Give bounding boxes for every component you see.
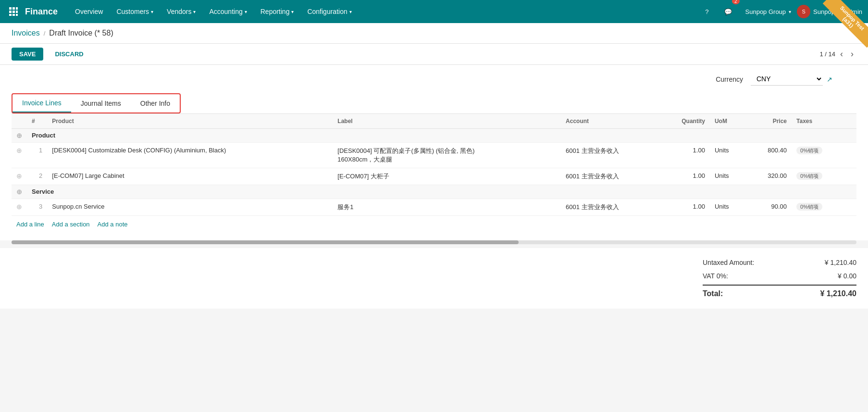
row-label[interactable]: [E-COM07] 大柜子 xyxy=(333,168,561,185)
row-num: 3 xyxy=(27,199,47,216)
main-content: Currency CNY USD EUR ↗ Invoice Lines Jou… xyxy=(0,65,868,240)
row-label[interactable]: [DESK0004] 可配置的桌子(多属性) (铝合金, 黑色)160X80cm… xyxy=(333,143,561,168)
row-price[interactable]: 90.00 xyxy=(747,199,792,216)
row-uom[interactable]: Units xyxy=(710,199,747,216)
tab-other-info[interactable]: Other Info xyxy=(131,94,180,112)
table-row: ⊕ 2 [E-COM07] Large Cabinet [E-COM07] 大柜… xyxy=(12,168,856,185)
breadcrumb-current: Draft Invoice (* 58) xyxy=(49,29,113,37)
row-price[interactable]: 800.40 xyxy=(747,143,792,168)
app-grid-icon[interactable] xyxy=(6,4,21,19)
col-taxes: Taxes xyxy=(792,114,847,129)
currency-label: Currency xyxy=(716,75,743,83)
row-account[interactable]: 6001 主营业务收入 xyxy=(561,168,658,185)
row-tax: 0%销项 xyxy=(792,168,847,185)
svg-rect-3 xyxy=(9,11,12,13)
section-name-product: Product xyxy=(27,129,847,143)
breadcrumb-separator: / xyxy=(44,30,46,37)
help-icon[interactable]: ? xyxy=(699,4,715,19)
row-num: 1 xyxy=(27,143,47,168)
section-name-service: Service xyxy=(27,185,847,199)
add-note-link[interactable]: Add a note xyxy=(98,221,128,228)
untaxed-label: Untaxed Amount: xyxy=(703,259,754,266)
next-record-button[interactable]: › xyxy=(848,48,856,60)
toolbar: SAVE DISCARD 1 / 14 ‹ › xyxy=(0,44,868,65)
accounting-chevron: ▾ xyxy=(245,9,247,14)
customers-chevron: ▾ xyxy=(151,9,153,14)
row-uom[interactable]: Units xyxy=(710,143,747,168)
nav-overview[interactable]: Overview xyxy=(69,5,109,18)
row-account[interactable]: 6001 主营业务收入 xyxy=(561,199,658,216)
col-uom: UoM xyxy=(710,114,747,129)
row-account[interactable]: 6001 主营业务收入 xyxy=(561,143,658,168)
nav-configuration[interactable]: Configuration ▾ xyxy=(301,5,357,18)
section-product: ⊕ Product xyxy=(12,129,856,143)
nav-accounting[interactable]: Accounting ▾ xyxy=(203,5,252,18)
row-product[interactable]: [E-COM07] Large Cabinet xyxy=(47,168,333,185)
tab-journal-items[interactable]: Journal Items xyxy=(71,94,131,112)
col-account: Account xyxy=(561,114,658,129)
nav-vendors[interactable]: Vendors ▾ xyxy=(161,5,201,18)
top-navigation: Finance Overview Customers ▾ Vendors ▾ A… xyxy=(0,0,868,23)
drag-handle[interactable]: ⊕ xyxy=(16,132,22,139)
summary-table: Untaxed Amount: ¥ 1,210.40 VAT 0%: ¥ 0.0… xyxy=(703,256,856,301)
invoice-table-scroll[interactable]: # Product Label Account Quantity UoM Pri… xyxy=(12,113,856,216)
breadcrumb-parent[interactable]: Invoices xyxy=(12,29,40,37)
vat-value: ¥ 0.00 xyxy=(838,272,856,280)
currency-row: Currency CNY USD EUR ↗ xyxy=(12,73,856,86)
drag-handle[interactable]: ⊕ xyxy=(16,188,22,196)
svg-rect-6 xyxy=(9,14,12,16)
messages-icon[interactable]: 💬 xyxy=(720,4,736,19)
top-right-area: ? 💬 2 Sunpop Group ▾ S Sunpop.cn Admin xyxy=(699,4,862,19)
horizontal-scrollbar-thumb[interactable] xyxy=(12,240,519,244)
section-service: ⊕ Service xyxy=(12,185,856,199)
add-section-link[interactable]: Add a section xyxy=(52,221,90,228)
company-selector[interactable]: Sunpop Group ▾ xyxy=(745,8,792,15)
currency-select-area: CNY USD EUR ↗ xyxy=(751,73,847,86)
currency-external-link-icon[interactable]: ↗ xyxy=(827,75,832,83)
table-row: ⊕ 1 [DESK0004] Customizable Desk (CONFIG… xyxy=(12,143,856,168)
app-name: Finance xyxy=(25,7,58,17)
row-product[interactable]: Sunpop.cn Service xyxy=(47,199,333,216)
horizontal-scrollbar-track[interactable] xyxy=(12,240,856,244)
pagination-controls: 1 / 14 ‹ › xyxy=(819,48,856,60)
page-indicator: 1 / 14 xyxy=(819,50,835,58)
drag-handle[interactable]: ⊕ xyxy=(16,172,22,180)
table-row: ⊕ 3 Sunpop.cn Service 服务1 6001 主营业务收入 1.… xyxy=(12,199,856,216)
col-price: Price xyxy=(747,114,792,129)
svg-rect-5 xyxy=(16,11,18,13)
add-links-area: Add a line Add a section Add a note xyxy=(12,216,856,233)
add-line-link[interactable]: Add a line xyxy=(16,221,44,228)
svg-rect-4 xyxy=(12,11,15,13)
save-button[interactable]: SAVE xyxy=(12,48,43,61)
drag-handle[interactable]: ⊕ xyxy=(16,203,22,211)
user-menu[interactable]: S Sunpop.cn Admin xyxy=(797,5,862,18)
row-product[interactable]: [DESK0004] Customizable Desk (CONFIG) (A… xyxy=(47,143,333,168)
nav-customers[interactable]: Customers ▾ xyxy=(111,5,159,18)
row-quantity[interactable]: 1.00 xyxy=(658,143,710,168)
message-badge: 2 xyxy=(732,0,740,4)
row-quantity[interactable]: 1.00 xyxy=(658,199,710,216)
untaxed-amount-row: Untaxed Amount: ¥ 1,210.40 xyxy=(703,256,856,269)
row-price[interactable]: 320.00 xyxy=(747,168,792,185)
prev-record-button[interactable]: ‹ xyxy=(837,48,846,60)
configuration-chevron: ▾ xyxy=(349,9,352,14)
col-label: Label xyxy=(333,114,561,129)
discard-button[interactable]: DISCARD xyxy=(47,48,91,61)
drag-handle[interactable]: ⊕ xyxy=(16,147,22,154)
svg-rect-2 xyxy=(16,7,18,10)
company-chevron: ▾ xyxy=(789,9,791,14)
currency-dropdown[interactable]: CNY USD EUR xyxy=(751,73,823,86)
row-label[interactable]: 服务1 xyxy=(333,199,561,216)
svg-rect-8 xyxy=(16,14,18,16)
row-tax: 0%销项 xyxy=(792,199,847,216)
row-quantity[interactable]: 1.00 xyxy=(658,168,710,185)
vat-label: VAT 0%: xyxy=(703,272,728,280)
invoice-lines-table: # Product Label Account Quantity UoM Pri… xyxy=(12,113,856,216)
tab-invoice-lines[interactable]: Invoice Lines xyxy=(12,94,71,112)
total-value: ¥ 1,210.40 xyxy=(820,289,856,298)
row-uom[interactable]: Units xyxy=(710,168,747,185)
reporting-chevron: ▾ xyxy=(291,9,294,14)
svg-rect-1 xyxy=(12,7,15,10)
nav-reporting[interactable]: Reporting ▾ xyxy=(255,5,300,18)
summary-area: Untaxed Amount: ¥ 1,210.40 VAT 0%: ¥ 0.0… xyxy=(0,248,868,309)
